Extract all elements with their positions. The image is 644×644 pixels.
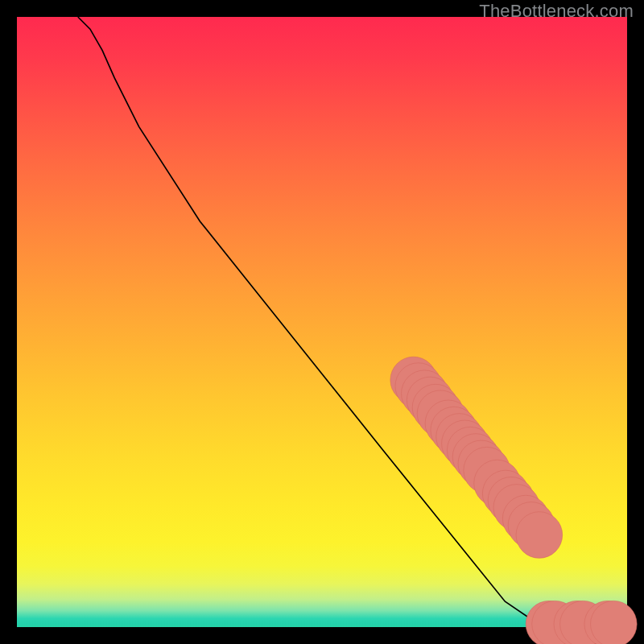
chart-frame: TheBottleneck.com <box>0 0 644 644</box>
watermark-text: TheBottleneck.com <box>479 1 634 22</box>
chart-svg <box>17 17 627 627</box>
data-marker <box>516 512 563 559</box>
data-marker <box>591 601 638 644</box>
data-markers <box>390 357 637 644</box>
